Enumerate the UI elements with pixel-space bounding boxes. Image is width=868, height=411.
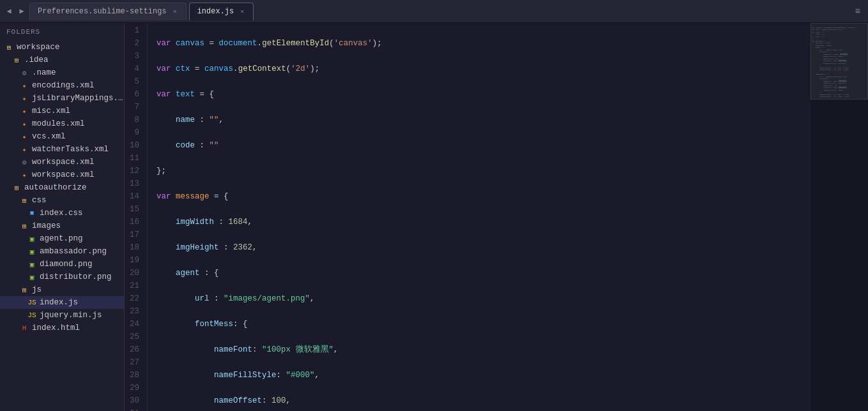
minimap[interactable]: var canvas = document.getElementById('ca… [811, 23, 868, 411]
sidebar-modules-label: modules.xml [32, 119, 85, 128]
minimap-content: var canvas = document.getElementById('ca… [811, 23, 868, 411]
sidebar-jquery-label: jquery.min.js [40, 311, 102, 320]
menu-button[interactable]: ≡ [850, 4, 865, 19]
css-icon: ■ [27, 208, 37, 218]
sidebar-item-indexhtml[interactable]: H index.html [0, 322, 124, 334]
sidebar-workspace-xml-gear-label: workspace.xml [32, 158, 95, 167]
tab-indexjs[interactable]: index.js ✕ [189, 3, 254, 20]
sidebar-item-distributor[interactable]: ▣ distributor.png [0, 271, 124, 283]
sidebar-indexjs-label: index.js [40, 298, 78, 307]
xml-icon: ✦ [19, 170, 29, 180]
sidebar-item-js-folder[interactable]: ⊞ js [0, 283, 124, 296]
sidebar-jslib-label: jsLibraryMappings.xml [32, 94, 124, 103]
tab-indexjs-close[interactable]: ✕ [238, 7, 247, 16]
sidebar-ambassador-label: ambassador.png [40, 247, 107, 256]
sidebar-watcher-label: watcherTasks.xml [32, 145, 109, 154]
sidebar-item-agent[interactable]: ▣ agent.png [0, 232, 124, 245]
sidebar-item-name[interactable]: ⚙ .name [0, 66, 124, 79]
sidebar: FOLDERS ⊞ workspace ⊞ .idea ⚙ .name ✦ en… [0, 23, 125, 411]
sidebar-item-encodings[interactable]: ✦ encodings.xml [0, 79, 124, 92]
xml-icon: ✦ [19, 106, 29, 116]
editor-area: 12345 678910 1112131415 1617181920 21222… [125, 23, 868, 411]
folder-icon: ⊞ [11, 183, 22, 193]
sidebar-agent-label: agent.png [40, 234, 83, 243]
sidebar-item-workspace-xml[interactable]: ✦ workspace.xml [0, 168, 124, 181]
sidebar-workspace-label: workspace [17, 43, 60, 52]
html-icon: H [19, 323, 29, 333]
folder-icon: ⊞ [19, 285, 29, 295]
sidebar-item-diamond[interactable]: ▣ diamond.png [0, 258, 124, 271]
code-editor[interactable]: var canvas = document.getElementById('ca… [148, 23, 811, 411]
xml-icon: ✦ [19, 80, 29, 91]
img-icon: ▣ [27, 234, 37, 244]
xml-icon: ✦ [19, 144, 29, 154]
sidebar-item-idea[interactable]: ⊞ .idea [0, 54, 124, 66]
sidebar-header: FOLDERS [0, 23, 124, 41]
folder-icon: ⊞ [19, 195, 29, 206]
sidebar-item-images-folder[interactable]: ⊞ images [0, 220, 124, 232]
sidebar-indexcss-label: index.css [40, 209, 83, 218]
main-area: FOLDERS ⊞ workspace ⊞ .idea ⚙ .name ✦ en… [0, 23, 868, 411]
xml-icon: ✦ [19, 131, 29, 142]
tab-preferences-label: Preferences.sublime-settings [38, 7, 167, 16]
sidebar-item-indexcss[interactable]: ■ index.css [0, 207, 124, 220]
gear-icon: ⚙ [19, 68, 29, 78]
sidebar-js-folder-label: js [32, 285, 42, 294]
folder-icon: ⊞ [11, 55, 22, 65]
sidebar-item-misc[interactable]: ✦ misc.xml [0, 105, 124, 117]
js-icon: JS [27, 297, 37, 308]
sidebar-item-workspace[interactable]: ⊞ workspace [0, 41, 124, 54]
sidebar-idea-label: .idea [24, 56, 49, 64]
tab-bar: ◀ ▶ Preferences.sublime-settings ✕ index… [0, 0, 868, 23]
img-icon: ▣ [27, 259, 37, 269]
sidebar-item-watcher[interactable]: ✦ watcherTasks.xml [0, 143, 124, 156]
tab-preferences[interactable]: Preferences.sublime-settings ✕ [29, 3, 187, 20]
sidebar-item-indexjs[interactable]: JS index.js [0, 296, 124, 309]
xml-icon: ✦ [19, 119, 29, 129]
sidebar-images-folder-label: images [32, 221, 61, 230]
sidebar-misc-label: misc.xml [32, 107, 70, 116]
sidebar-vcs-label: vcs.xml [32, 132, 66, 141]
nav-next-button[interactable]: ▶ [15, 3, 28, 20]
nav-prev-button[interactable]: ◀ [3, 3, 15, 20]
img-icon: ▣ [27, 246, 37, 257]
img-icon: ▣ [27, 272, 37, 282]
sidebar-item-workspace-xml-gear[interactable]: ⚙ workspace.xml [0, 156, 124, 168]
sidebar-item-css-folder[interactable]: ⊞ css [0, 194, 124, 207]
sidebar-item-ambassador[interactable]: ▣ ambassador.png [0, 245, 124, 258]
sidebar-item-autoauthorize[interactable]: ⊞ autoauthorize [0, 181, 124, 194]
gear-icon: ⚙ [19, 157, 29, 167]
sidebar-indexhtml-label: index.html [32, 324, 80, 333]
folder-icon: ⊞ [19, 221, 29, 231]
folder-icon: ⊞ [4, 42, 14, 52]
line-numbers: 12345 678910 1112131415 1617181920 21222… [125, 23, 148, 411]
sidebar-autoauthorize-label: autoauthorize [24, 183, 87, 192]
tab-indexjs-label: index.js [197, 7, 234, 16]
sidebar-distributor-label: distributor.png [40, 273, 112, 281]
sidebar-name-label: .name [32, 68, 56, 77]
sidebar-css-folder-label: css [32, 196, 47, 205]
sidebar-item-vcs[interactable]: ✦ vcs.xml [0, 130, 124, 143]
sidebar-diamond-label: diamond.png [40, 260, 93, 269]
sidebar-item-modules[interactable]: ✦ modules.xml [0, 117, 124, 130]
tab-preferences-close[interactable]: ✕ [171, 7, 179, 16]
sidebar-item-jslib[interactable]: ✦ jsLibraryMappings.xml [0, 92, 124, 105]
sidebar-workspace-xml-label: workspace.xml [32, 170, 95, 179]
sidebar-encodings-label: encodings.xml [32, 81, 95, 90]
xml-icon: ✦ [19, 93, 29, 103]
sidebar-item-jquery[interactable]: JS jquery.min.js [0, 309, 124, 322]
js-icon: JS [27, 310, 37, 320]
